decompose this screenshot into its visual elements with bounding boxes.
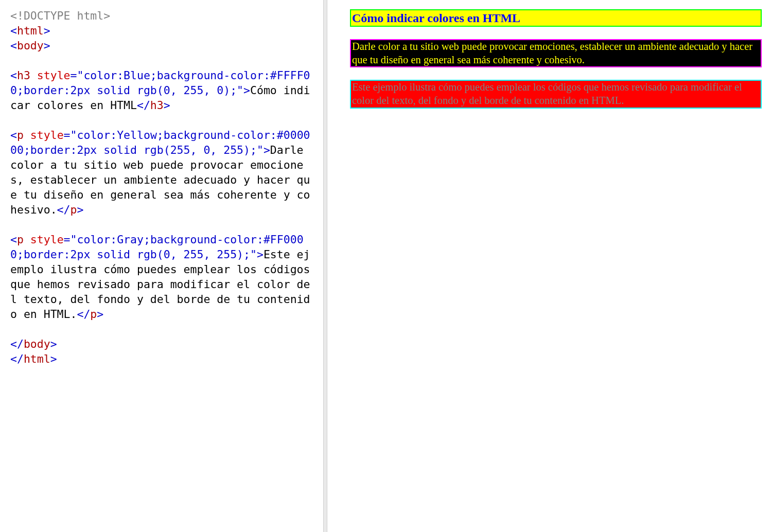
code-token-attr: style xyxy=(37,69,71,82)
code-token-angle: > xyxy=(44,24,50,37)
code-token-tag: body xyxy=(17,39,44,52)
code-token-angle: > xyxy=(50,352,57,365)
preview-heading: Cómo indicar colores en HTML xyxy=(350,9,762,27)
code-token-punct: = xyxy=(71,69,77,82)
code-token-angle: > xyxy=(50,338,57,350)
code-token-angle: < xyxy=(10,233,17,246)
code-token-space xyxy=(24,129,30,141)
preview-pane: Cómo indicar colores en HTML Darle color… xyxy=(327,0,772,532)
pane-divider[interactable] xyxy=(323,0,327,532)
code-token-angle: </ xyxy=(10,352,24,365)
code-token-angle: </ xyxy=(77,308,90,321)
code-token-angle: > xyxy=(243,84,250,97)
code-token-tag: p xyxy=(90,308,97,321)
code-token-angle: </ xyxy=(10,338,24,350)
code-token-angle: </ xyxy=(137,99,150,112)
code-token-punct: = xyxy=(64,129,71,141)
code-token-angle: < xyxy=(10,69,17,82)
code-token-angle: > xyxy=(164,99,170,112)
code-token-tag: h3 xyxy=(17,69,30,82)
code-token-tag: body xyxy=(24,338,50,350)
code-token-tag: p xyxy=(17,233,24,246)
code-token-angle: < xyxy=(10,129,17,141)
code-token-space xyxy=(30,69,37,82)
code-token-doctype: <!DOCTYPE html> xyxy=(10,9,110,22)
code-token-angle: < xyxy=(10,39,17,52)
code-token-tag: p xyxy=(17,129,24,141)
code-token-tag: html xyxy=(17,24,44,37)
code-token-angle: > xyxy=(44,39,50,52)
code-editor-pane[interactable]: <!DOCTYPE html> <html> <body> <h3 style=… xyxy=(0,0,323,532)
code-token-attr: style xyxy=(30,129,64,141)
preview-paragraph-1: Darle color a tu sitio web puede provoca… xyxy=(350,39,762,67)
code-token-angle: < xyxy=(10,24,17,37)
code-token-tag: html xyxy=(24,352,50,365)
code-token-tag: h3 xyxy=(150,99,164,112)
code-token-punct: = xyxy=(64,233,71,246)
code-token-angle: > xyxy=(97,308,103,321)
code-token-angle: > xyxy=(77,203,83,216)
code-token-angle: </ xyxy=(57,203,71,216)
code-token-attr: style xyxy=(30,233,64,246)
preview-paragraph-2: Este ejemplo ilustra cómo puedes emplear… xyxy=(350,80,762,108)
code-token-tag: p xyxy=(71,203,77,216)
code-token-angle: > xyxy=(257,248,264,261)
code-token-space xyxy=(24,233,30,246)
code-token-angle: > xyxy=(264,144,270,156)
